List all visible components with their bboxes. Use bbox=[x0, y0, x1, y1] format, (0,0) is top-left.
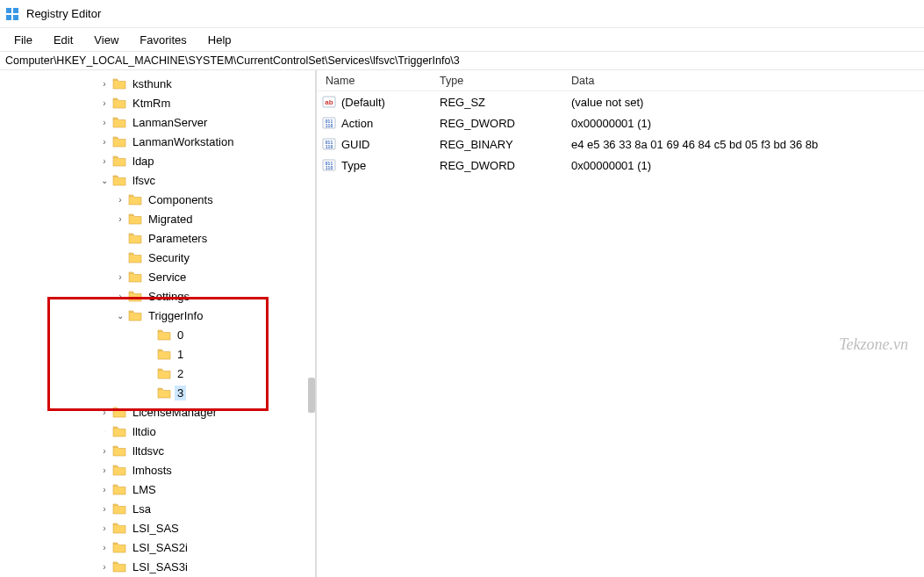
tree-item-migrated[interactable]: ›Migrated bbox=[0, 209, 315, 228]
tree-item-settings[interactable]: ›Settings bbox=[0, 286, 315, 306]
value-type: REG_DWORD bbox=[440, 117, 571, 130]
expander-icon[interactable]: › bbox=[98, 446, 111, 456]
expander-icon[interactable]: › bbox=[98, 79, 111, 89]
tree-item-label: TriggerInfo bbox=[146, 308, 205, 323]
expander-icon[interactable]: › bbox=[114, 195, 126, 205]
tree-item-label: Settings bbox=[146, 289, 192, 304]
tree-item-security[interactable]: ·Security bbox=[0, 248, 315, 267]
tree-pane[interactable]: ›ksthunk›KtmRm›LanmanServer›LanmanWorkst… bbox=[0, 70, 316, 577]
tree-item-lanmanserver[interactable]: ›LanmanServer bbox=[0, 112, 315, 132]
tree-item-label: lltdsvc bbox=[130, 444, 167, 458]
tree-item-parameters[interactable]: ·Parameters bbox=[0, 228, 315, 248]
expander-icon[interactable]: › bbox=[98, 137, 111, 147]
tree-item-lfsvc[interactable]: ⌄lfsvc bbox=[0, 170, 315, 190]
expander-icon[interactable]: › bbox=[98, 408, 111, 417]
expander-icon[interactable]: › bbox=[114, 272, 126, 282]
value-row[interactable]: GUIDREG_BINARYe4 e5 36 33 8a 01 69 46 84… bbox=[317, 133, 924, 155]
folder-icon bbox=[112, 155, 126, 167]
list-header: Name Type Data bbox=[317, 70, 924, 91]
expander-icon[interactable]: ⌄ bbox=[98, 176, 111, 185]
folder-icon bbox=[112, 174, 126, 186]
expander-icon[interactable]: › bbox=[98, 523, 111, 533]
folder-icon bbox=[112, 444, 126, 457]
expander-icon[interactable]: › bbox=[98, 465, 111, 475]
tree-item-3[interactable]: 3 bbox=[0, 383, 315, 402]
expander-icon: · bbox=[114, 235, 126, 241]
menu-edit[interactable]: Edit bbox=[45, 31, 82, 49]
expander-icon[interactable]: ⌄ bbox=[114, 311, 126, 321]
expander-icon[interactable]: › bbox=[114, 214, 126, 224]
tree-item-label: 3 bbox=[175, 386, 186, 400]
menu-file[interactable]: File bbox=[5, 31, 41, 49]
tree-item-ldap[interactable]: ›ldap bbox=[0, 151, 315, 170]
tree-item-lsi-sas[interactable]: ›LSI_SAS bbox=[0, 518, 315, 537]
string-value-icon bbox=[322, 95, 336, 109]
folder-icon bbox=[157, 386, 171, 399]
tree-item-label: Migrated bbox=[146, 212, 196, 227]
folder-icon bbox=[112, 425, 126, 437]
scrollbar-thumb[interactable] bbox=[308, 378, 315, 413]
folder-icon bbox=[128, 290, 142, 302]
tree-item-0[interactable]: 0 bbox=[0, 325, 315, 344]
value-row[interactable]: TypeREG_DWORD0x00000001 (1) bbox=[317, 155, 924, 176]
value-data: (value not set) bbox=[571, 96, 924, 109]
col-header-type[interactable]: Type bbox=[440, 75, 571, 87]
tree-item-lsi-sas3i[interactable]: ›LSI_SAS3i bbox=[0, 557, 315, 576]
expander-icon[interactable]: › bbox=[98, 118, 111, 127]
tree-item-lms[interactable]: ›LMS bbox=[0, 480, 315, 499]
expander-icon[interactable]: › bbox=[114, 292, 126, 301]
col-header-name[interactable]: Name bbox=[317, 75, 440, 87]
folder-icon bbox=[128, 251, 142, 263]
tree-item-lsi-sas2i[interactable]: ›LSI_SAS2i bbox=[0, 537, 315, 557]
tree-item-licensemanager[interactable]: ›LicenseManager bbox=[0, 402, 315, 422]
folder-icon bbox=[112, 406, 126, 418]
menu-favorites[interactable]: Favorites bbox=[131, 31, 195, 49]
content: ›ksthunk›KtmRm›LanmanServer›LanmanWorkst… bbox=[0, 70, 924, 577]
tree-item-label: lltdio bbox=[130, 424, 159, 439]
value-type: REG_DWORD bbox=[440, 159, 571, 172]
tree-item-lmhosts[interactable]: ›lmhosts bbox=[0, 460, 315, 480]
menu-view[interactable]: View bbox=[85, 31, 127, 49]
expander-icon[interactable]: › bbox=[98, 504, 111, 514]
folder-icon bbox=[112, 522, 126, 534]
tree-item-label: LicenseManager bbox=[130, 405, 219, 420]
tree-item-triggerinfo[interactable]: ⌄TriggerInfo bbox=[0, 306, 315, 325]
expander-icon[interactable]: › bbox=[98, 156, 111, 166]
value-data: e4 e5 36 33 8a 01 69 46 84 c5 bd 05 f3 b… bbox=[571, 138, 924, 151]
tree-item-label: Lsa bbox=[130, 501, 154, 516]
tree-item-label: LSI_SAS bbox=[130, 521, 182, 536]
expander-icon[interactable]: › bbox=[98, 543, 111, 552]
menu-help[interactable]: Help bbox=[199, 31, 240, 49]
list-pane[interactable]: Name Type Data (Default)REG_SZ(value not… bbox=[316, 70, 924, 577]
tree-item-lltdsvc[interactable]: ›lltdsvc bbox=[0, 441, 315, 460]
expander-icon: · bbox=[98, 429, 111, 434]
tree-item-label: Security bbox=[146, 250, 192, 265]
tree-item-label: Service bbox=[146, 270, 189, 285]
tree-item-lsa[interactable]: ›Lsa bbox=[0, 499, 315, 518]
expander-icon[interactable]: › bbox=[98, 562, 111, 572]
binary-value-icon bbox=[322, 116, 336, 130]
value-row[interactable]: ActionREG_DWORD0x00000001 (1) bbox=[317, 112, 924, 133]
tree-item-lanmanworkstation[interactable]: ›LanmanWorkstation bbox=[0, 132, 315, 151]
tree-item-ksthunk[interactable]: ›ksthunk bbox=[0, 74, 315, 93]
tree-item-lltdio[interactable]: ·lltdio bbox=[0, 422, 315, 441]
expander-icon[interactable]: › bbox=[98, 485, 111, 494]
folder-icon bbox=[128, 309, 142, 321]
tree-item-label: LSI_SAS3i bbox=[130, 559, 190, 574]
expander-icon[interactable]: › bbox=[98, 98, 111, 108]
folder-icon bbox=[157, 328, 171, 341]
value-row[interactable]: (Default)REG_SZ(value not set) bbox=[317, 91, 924, 112]
binary-value-icon bbox=[322, 137, 336, 151]
binary-value-icon bbox=[322, 158, 336, 172]
tree-item-label: 2 bbox=[175, 366, 186, 381]
tree-item-service[interactable]: ›Service bbox=[0, 267, 315, 286]
tree-item-ktmrm[interactable]: ›KtmRm bbox=[0, 93, 315, 112]
tree-item-2[interactable]: 2 bbox=[0, 364, 315, 383]
col-header-data[interactable]: Data bbox=[571, 75, 924, 87]
tree-item-1[interactable]: 1 bbox=[0, 344, 315, 364]
tree-item-components[interactable]: ›Components bbox=[0, 190, 315, 209]
window-title: Registry Editor bbox=[26, 7, 101, 20]
folder-icon bbox=[157, 348, 171, 360]
folder-icon bbox=[112, 464, 126, 476]
address-bar[interactable]: Computer\HKEY_LOCAL_MACHINE\SYSTEM\Curre… bbox=[0, 51, 924, 70]
